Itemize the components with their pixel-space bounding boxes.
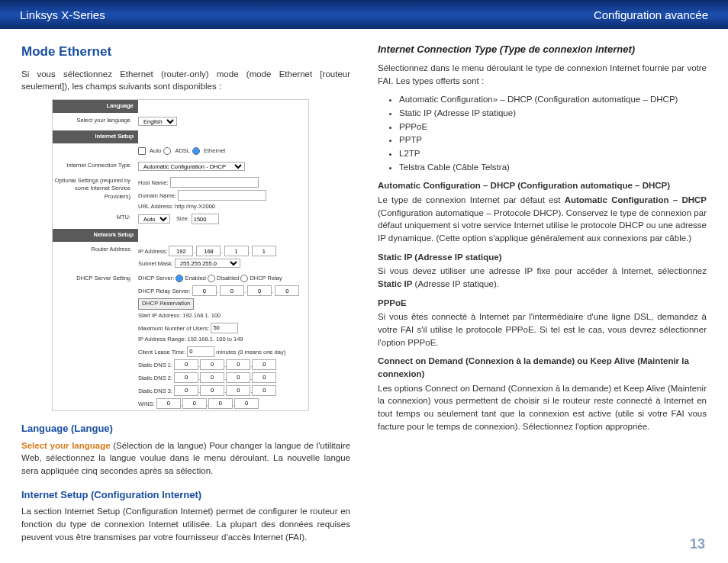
- dns3-3[interactable]: [226, 385, 250, 396]
- list-item: Telstra Cable (Câble Telstra): [399, 161, 707, 174]
- adsl-radio[interactable]: [163, 147, 171, 155]
- list-item: L2TP: [399, 147, 707, 160]
- relay-4[interactable]: [275, 285, 299, 296]
- ict-select[interactable]: Automatic Configuration - DHCP: [138, 162, 245, 171]
- lease-input[interactable]: [187, 346, 214, 357]
- shot-optional-label: Optional Settings (required by some Inte…: [53, 175, 135, 213]
- page-number: 13: [690, 536, 705, 552]
- dns1-2[interactable]: [200, 359, 224, 370]
- dhcp-disabled-radio[interactable]: [208, 275, 215, 282]
- mtu-select[interactable]: Auto: [138, 214, 170, 224]
- page-body: Mode Ethernet Si vous sélectionnez Ether…: [0, 29, 728, 549]
- dns2-3[interactable]: [226, 372, 250, 383]
- wins-4[interactable]: [234, 398, 259, 409]
- static-ip-subhead: Static IP (Adresse IP statique): [378, 251, 707, 264]
- auto-checkbox[interactable]: [138, 147, 146, 155]
- hostname-input[interactable]: [170, 177, 259, 188]
- relay-2[interactable]: [220, 285, 244, 296]
- left-column: Mode Ethernet Si vous sélectionnez Ether…: [21, 43, 350, 549]
- shot-select-lang-label: Select your language: [53, 115, 135, 127]
- dhcp-reservation-button[interactable]: DHCP Reservation: [138, 298, 194, 310]
- mode-ethernet-heading: Mode Ethernet: [21, 43, 350, 62]
- dhcp-relay-radio[interactable]: [240, 275, 248, 282]
- language-heading: Language (Langue): [21, 422, 350, 436]
- dhcp-enabled-radio[interactable]: [176, 275, 183, 282]
- language-select[interactable]: English: [138, 117, 177, 126]
- shot-language-header: Language: [53, 100, 138, 113]
- list-item: Automatic Configuration» – DHCP (Configu…: [399, 93, 707, 106]
- wins-1[interactable]: [156, 398, 181, 409]
- list-item: Static IP (Adresse IP statique): [399, 107, 707, 120]
- cod-subhead: Connect on Demand (Connexion à la demand…: [378, 355, 707, 380]
- domainname-input[interactable]: [178, 190, 266, 201]
- shot-network-setup-header: Network Setup: [53, 229, 138, 242]
- internet-setup-body: La section Internet Setup (Configuration…: [21, 505, 350, 543]
- shot-router-address-label: Router Address: [53, 244, 135, 270]
- ip-3[interactable]: [224, 246, 249, 256]
- wins-3[interactable]: [208, 398, 233, 409]
- ip-2[interactable]: [196, 246, 221, 256]
- dns2-2[interactable]: [200, 372, 224, 383]
- dns3-2[interactable]: [200, 385, 224, 396]
- page-header: Linksys X-Series Configuration avancée: [0, 0, 728, 29]
- static-ip-body: Si vous devez utiliser une adresse IP fi…: [378, 265, 707, 290]
- dns3-1[interactable]: [174, 385, 198, 396]
- ip-4[interactable]: [252, 246, 276, 256]
- pppoe-subhead: PPPoE: [378, 297, 707, 310]
- ict-heading: Internet Connection Type (Type de connex…: [378, 43, 707, 57]
- auto-dhcp-body: Le type de connexion Internet par défaut…: [378, 194, 707, 245]
- subnet-select[interactable]: 255.255.255.0: [175, 259, 240, 268]
- max-users-input[interactable]: [211, 323, 238, 333]
- internet-setup-heading: Internet Setup (Configuration Internet): [21, 488, 350, 503]
- shot-dhcp-setting-label: DHCP Server Setting: [53, 273, 135, 410]
- list-item: PPTP: [399, 134, 707, 146]
- shot-mtu-label: MTU:: [53, 212, 135, 226]
- dns1-4[interactable]: [252, 359, 276, 370]
- connection-types-list: Automatic Configuration» – DHCP (Configu…: [378, 93, 707, 173]
- auto-dhcp-subhead: Automatic Configuration – DHCP (Configur…: [378, 179, 707, 192]
- header-right: Configuration avancée: [594, 8, 708, 21]
- ethernet-radio[interactable]: [192, 147, 200, 155]
- language-body: Select your language (Sélection de la la…: [21, 439, 350, 478]
- relay-1[interactable]: [192, 285, 217, 296]
- right-column: Internet Connection Type (Type de connex…: [378, 43, 707, 549]
- dns2-4[interactable]: [252, 372, 276, 383]
- dns2-1[interactable]: [174, 372, 198, 383]
- header-left: Linksys X-Series: [20, 8, 105, 21]
- router-settings-screenshot: Language Select your language English In…: [52, 99, 309, 411]
- shot-ict-label: Internet Connection Type: [53, 160, 135, 172]
- wins-2[interactable]: [182, 398, 207, 409]
- dns1-1[interactable]: [174, 359, 198, 370]
- cod-body: Les options Connect on Demand (Connexion…: [378, 382, 707, 433]
- mtu-size-input[interactable]: [192, 214, 219, 224]
- ict-intro: Sélectionnez dans le menu déroulant le t…: [378, 62, 707, 87]
- ip-1[interactable]: [169, 246, 193, 256]
- dns1-3[interactable]: [226, 359, 250, 370]
- shot-internet-setup-header: Internet Setup: [53, 130, 138, 143]
- dns3-4[interactable]: [252, 385, 276, 396]
- pppoe-body: Si vous êtes connecté à Internet par l'i…: [378, 310, 707, 349]
- relay-3[interactable]: [247, 285, 272, 296]
- list-item: PPPoE: [399, 121, 707, 134]
- mode-ethernet-intro: Si vous sélectionnez Ethernet (router-on…: [21, 68, 350, 93]
